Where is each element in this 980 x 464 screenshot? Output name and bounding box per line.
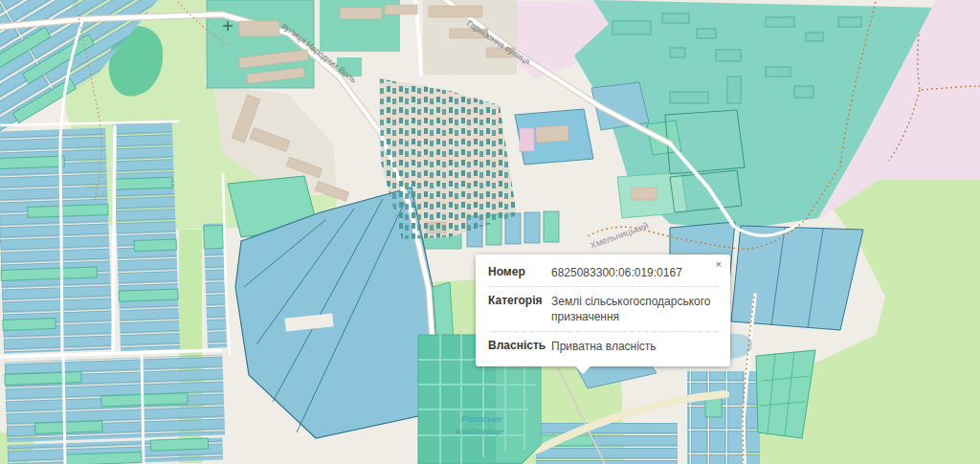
popup-row-label: Категорія — [488, 294, 551, 324]
popup-row-label: Номер — [488, 265, 551, 280]
parcel-info-popup: × Номер 6825083300:06:019:0167 Категорія… — [476, 254, 730, 366]
cemetery-label-line2: кладовище — [456, 426, 502, 436]
popup-row-category: Категорія Землі сільськогосподарського п… — [488, 286, 719, 330]
popup-close-button[interactable]: × — [714, 257, 724, 272]
popup-row-ownership: Власність Приватна власність — [488, 331, 719, 360]
popup-row-number: Номер 6825083300:06:019:0167 — [488, 258, 719, 286]
pink-building — [520, 128, 534, 151]
map-canvas[interactable]: Гарнізонна вулиця вулиця Народних Воль Х… — [0, 0, 980, 464]
popup-row-value: Приватна власність — [551, 339, 719, 354]
popup-row-value: Землі сільськогосподарського призначення — [551, 294, 719, 324]
popup-row-value: 6825083300:06:019:0167 — [551, 265, 719, 280]
popup-row-label: Власність — [488, 339, 551, 354]
cadastral-map-app: Гарнізонна вулиця вулиця Народних Воль Х… — [0, 0, 980, 464]
cemetery-label-line1: Раківське — [461, 413, 501, 424]
